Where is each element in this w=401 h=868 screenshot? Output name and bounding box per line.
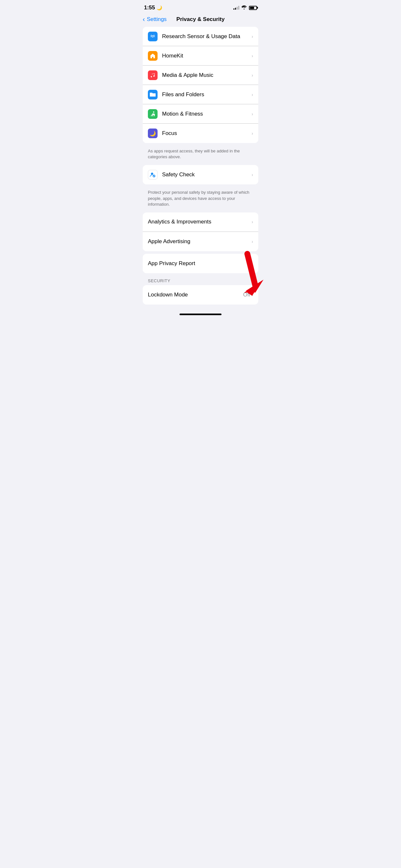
lockdown-mode-value: Off (243, 291, 250, 298)
motion-fitness-icon (148, 109, 158, 119)
homekit-icon (148, 51, 158, 61)
homekit-label: HomeKit (162, 53, 183, 59)
row-media-music[interactable]: Media & Apple Music › (143, 66, 258, 85)
media-music-icon (148, 70, 158, 80)
safety-check-content: Safety Check › (162, 172, 253, 178)
chevron-icon: › (251, 219, 253, 224)
apple-advertising-label: Apple Advertising (148, 238, 190, 245)
safety-check-group: Safety Check › (143, 165, 258, 184)
row-focus[interactable]: 🌙 Focus › (143, 124, 258, 143)
research-sensor-content: Research Sensor & Usage Data › (162, 33, 253, 40)
research-sensor-label: Research Sensor & Usage Data (162, 33, 240, 40)
analytics-group: Analytics & Improvements › Apple Adverti… (143, 213, 258, 251)
files-folders-content: Files and Folders › (162, 91, 253, 98)
time-display: 1:55 (144, 4, 155, 11)
focus-icon: 🌙 (148, 128, 158, 138)
privacy-footer: As apps request access, they will be add… (137, 146, 264, 165)
wifi-icon (242, 5, 247, 10)
chevron-icon: › (251, 172, 253, 177)
row-analytics[interactable]: Analytics & Improvements › (143, 213, 258, 232)
motion-fitness-label: Motion & Fitness (162, 111, 203, 117)
svg-point-2 (151, 173, 153, 175)
chevron-icon: › (251, 239, 253, 244)
safety-check-icon (148, 170, 158, 180)
status-icons (234, 5, 257, 10)
row-motion-fitness[interactable]: Motion & Fitness › (143, 104, 258, 124)
research-sensor-icon (148, 32, 158, 41)
row-lockdown-mode[interactable]: Lockdown Mode Off › (143, 285, 258, 305)
app-privacy-report-label: App Privacy Report (148, 260, 195, 267)
home-indicator (137, 307, 264, 318)
battery-icon (249, 6, 257, 10)
row-safety-check[interactable]: Safety Check › (143, 165, 258, 184)
files-folders-icon (148, 90, 158, 99)
page-title: Privacy & Security (176, 16, 224, 23)
back-button[interactable]: ‹ Settings (143, 16, 166, 23)
back-label: Settings (147, 16, 166, 23)
signal-icon (234, 6, 239, 10)
focus-label: Focus (162, 130, 177, 136)
app-privacy-report-group: App Privacy Report › (143, 254, 258, 273)
row-app-privacy-report[interactable]: App Privacy Report › (143, 254, 258, 273)
chevron-icon: › (251, 53, 253, 58)
nav-bar: ‹ Settings Privacy & Security (137, 13, 264, 27)
analytics-label: Analytics & Improvements (148, 219, 212, 225)
media-music-label: Media & Apple Music (162, 72, 213, 79)
safety-check-footer: Protect your personal safety by staying … (137, 187, 264, 213)
row-homekit[interactable]: HomeKit › (143, 46, 258, 66)
svg-rect-0 (150, 33, 156, 40)
home-bar (180, 314, 221, 315)
security-group: Lockdown Mode Off › (143, 285, 258, 305)
chevron-icon: › (251, 292, 253, 298)
homekit-content: HomeKit › (162, 53, 253, 59)
focus-content: Focus › (162, 130, 253, 136)
lockdown-mode-label: Lockdown Mode (148, 291, 188, 298)
privacy-items-group: Research Sensor & Usage Data › HomeKit › (143, 27, 258, 143)
moon-icon: 🌙 (157, 5, 162, 10)
motion-fitness-content: Motion & Fitness › (162, 111, 253, 117)
status-time: 1:55 🌙 (144, 4, 162, 11)
safety-check-label: Safety Check (162, 172, 195, 178)
chevron-icon: › (251, 92, 253, 97)
chevron-icon: › (251, 34, 253, 39)
chevron-icon: › (251, 73, 253, 78)
svg-point-1 (153, 112, 154, 113)
back-chevron-icon: ‹ (143, 16, 145, 23)
row-research-sensor[interactable]: Research Sensor & Usage Data › (143, 27, 258, 46)
chevron-icon: › (251, 261, 253, 266)
chevron-icon: › (251, 112, 253, 117)
row-apple-advertising[interactable]: Apple Advertising › (143, 232, 258, 251)
row-files-folders[interactable]: Files and Folders › (143, 85, 258, 104)
research-sensor-right: › (251, 34, 253, 39)
files-folders-label: Files and Folders (162, 91, 204, 98)
status-bar: 1:55 🌙 (137, 0, 264, 13)
security-section-header: SECURITY (137, 276, 264, 285)
media-music-content: Media & Apple Music › (162, 72, 253, 79)
chevron-icon: › (251, 131, 253, 136)
